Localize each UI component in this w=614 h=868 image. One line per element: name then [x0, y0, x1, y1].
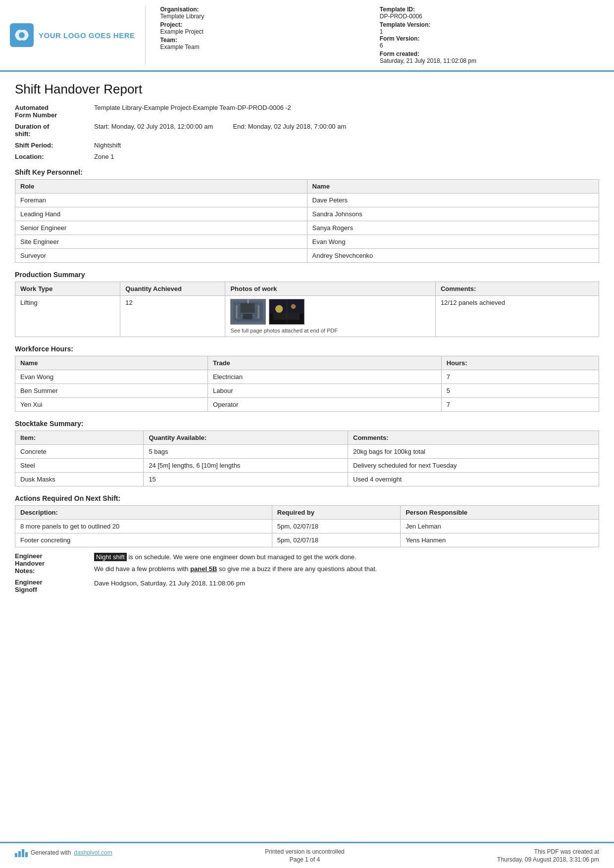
- highlight-night-shift: Night shift: [94, 553, 127, 561]
- table-row: Ben SummerLabour5: [15, 384, 599, 398]
- org-row: Organisation: Template Library: [160, 6, 380, 20]
- report-title: Shift Handover Report: [15, 82, 599, 97]
- workforce-col-name: Name: [15, 356, 208, 370]
- automated-form-label: AutomatedForm Number: [15, 104, 94, 119]
- production-col-comments: Comments:: [435, 282, 599, 296]
- footer-generated-link[interactable]: dashpivot.com: [74, 849, 112, 856]
- duration-end: End: Monday, 02 July 2018, 7:00:00 am: [233, 123, 346, 138]
- form-created-row: Form created: Saturday, 21 July 2018, 11…: [380, 50, 599, 64]
- workforce-name: Ben Summer: [15, 384, 208, 398]
- svg-rect-6: [241, 303, 255, 313]
- handover-label: EngineerHandoverNotes:: [15, 552, 94, 575]
- table-row: Senior EngineerSanya Rogers: [15, 221, 599, 235]
- actions-col-description: Description:: [15, 506, 272, 520]
- photo-thumbnails: [230, 299, 430, 325]
- personnel-col-role: Role: [15, 180, 307, 193]
- page-header: YOUR LOGO GOES HERE Organisation: Templa…: [0, 0, 614, 72]
- svg-rect-10: [258, 305, 260, 319]
- panel-5b-link: panel 5B: [190, 565, 217, 573]
- workforce-trade: Labour: [208, 384, 442, 398]
- handover-line2: We did have a few problems with panel 5B…: [94, 564, 599, 574]
- location-value: Zone 1: [94, 153, 599, 160]
- workforce-hours: 7: [441, 370, 599, 384]
- table-row: Yen XuiOperator7: [15, 398, 599, 412]
- footer-created-line2: Thursday, 09 August 2018, 3:31:06 pm: [497, 856, 599, 863]
- stocktake-col-comments: Comments:: [348, 431, 599, 445]
- workforce-trade: Operator: [208, 398, 442, 412]
- production-table: Work Type Quantity Achieved Photos of wo…: [15, 282, 599, 337]
- stocktake-comments: Delivery scheduled for next Tuesday: [348, 459, 599, 473]
- stocktake-col-quantity: Quantity Available:: [144, 431, 348, 445]
- svg-point-13: [275, 305, 283, 313]
- table-row: SurveyorAndrey Shevchcenko: [15, 249, 599, 263]
- photo-thumb-2: [269, 299, 305, 325]
- action-person: Jen Lehman: [401, 520, 599, 533]
- stocktake-item: Concrete: [15, 445, 144, 459]
- workforce-name: Yen Xui: [15, 398, 208, 412]
- personnel-name: Dave Peters: [307, 193, 599, 207]
- svg-rect-7: [243, 314, 253, 320]
- workforce-hours: 5: [441, 384, 599, 398]
- stocktake-comments: 20kg bags for 100kg total: [348, 445, 599, 459]
- production-section-title: Production Summary: [15, 271, 599, 279]
- table-row: ForemanDave Peters: [15, 193, 599, 207]
- actions-col-required-by: Required by: [272, 506, 400, 520]
- personnel-section-title: Shift Key Personnel:: [15, 168, 599, 176]
- handover-line1-rest: is on schedule. We were one engineer dow…: [127, 553, 357, 561]
- production-comments: 12/12 panels achieved: [435, 296, 599, 337]
- stocktake-table: Item: Quantity Available: Comments: Conc…: [15, 431, 599, 486]
- stocktake-quantity: 5 bags: [144, 445, 348, 459]
- personnel-name: Sanya Rogers: [307, 221, 599, 235]
- workforce-table: Name Trade Hours: Evan WongElectrician7B…: [15, 356, 599, 412]
- stocktake-item: Steel: [15, 459, 144, 473]
- personnel-table: Role Name ForemanDave PetersLeading Hand…: [15, 179, 599, 263]
- table-row: Concrete5 bags20kg bags for 100kg total: [15, 445, 599, 459]
- handover-section: EngineerHandoverNotes: Night shift is on…: [15, 552, 599, 575]
- logo-icon: [10, 23, 34, 47]
- photos-area: See full page photos attached at end of …: [230, 299, 430, 334]
- workforce-col-hours: Hours:: [441, 356, 599, 370]
- personnel-name: Evan Wong: [307, 235, 599, 249]
- workforce-trade: Electrician: [208, 370, 442, 384]
- shift-period-label: Shift Period:: [15, 142, 94, 149]
- photo-thumb-1: [230, 299, 266, 325]
- personnel-name: Andrey Shevchcenko: [307, 249, 599, 263]
- production-col-quantity: Quantity Achieved: [120, 282, 225, 296]
- action-description: 8 more panels to get to outlined 20: [15, 520, 272, 533]
- bar-3: [22, 849, 24, 857]
- action-required-by: 5pm, 02/07/18: [272, 533, 400, 547]
- footer-bars-icon: [15, 848, 28, 857]
- table-row: Site EngineerEvan Wong: [15, 235, 599, 249]
- duration-start: Start: Monday, 02 July 2018, 12:00:00 am: [94, 123, 213, 138]
- template-id-row: Template ID: DP-PROD-0006: [380, 6, 599, 20]
- action-person: Yens Hanmen: [401, 533, 599, 547]
- table-row: Evan WongElectrician7: [15, 370, 599, 384]
- workforce-name: Evan Wong: [15, 370, 208, 384]
- action-description: Footer concreting: [15, 533, 272, 547]
- footer-logo-row: Generated with dashpivot.com: [15, 848, 112, 857]
- header-meta-left: Organisation: Template Library Project: …: [160, 6, 380, 64]
- photo-caption: See full page photos attached at end of …: [230, 328, 430, 334]
- main-content: Shift Handover Report AutomatedForm Numb…: [0, 72, 614, 842]
- svg-point-1: [19, 32, 25, 38]
- header-meta-right: Template ID: DP-PROD-0006 Template Versi…: [380, 6, 599, 64]
- svg-point-14: [291, 304, 296, 309]
- workforce-section-title: Workforce Hours:: [15, 345, 599, 353]
- action-required-by: 5pm, 02/07/18: [272, 520, 400, 533]
- logo-area: YOUR LOGO GOES HERE: [10, 6, 146, 64]
- table-row: Leading HandSandra Johnsons: [15, 207, 599, 221]
- stocktake-quantity: 24 [5m] lengths, 6 [10m] lengths: [144, 459, 348, 473]
- location-label: Location:: [15, 153, 94, 160]
- footer-center: Printed version is uncontrolled Page 1 o…: [265, 848, 345, 863]
- stocktake-item: Dusk Masks: [15, 473, 144, 486]
- table-row: Dusk Masks15Used 4 overnight: [15, 473, 599, 486]
- table-row: Lifting 12: [15, 296, 599, 337]
- shift-period-value: Nightshift: [94, 142, 599, 149]
- duration-value: Start: Monday, 02 July 2018, 12:00:00 am…: [94, 123, 599, 138]
- team-row: Team: Example Team: [160, 37, 380, 50]
- handover-line2-pre: We did have a few problems with: [94, 565, 190, 573]
- logo-text: YOUR LOGO GOES HERE: [39, 31, 135, 40]
- project-row: Project: Example Project: [160, 21, 380, 35]
- table-row: Steel24 [5m] lengths, 6 [10m] lengthsDel…: [15, 459, 599, 473]
- footer-right: This PDF was created at Thursday, 09 Aug…: [497, 848, 599, 863]
